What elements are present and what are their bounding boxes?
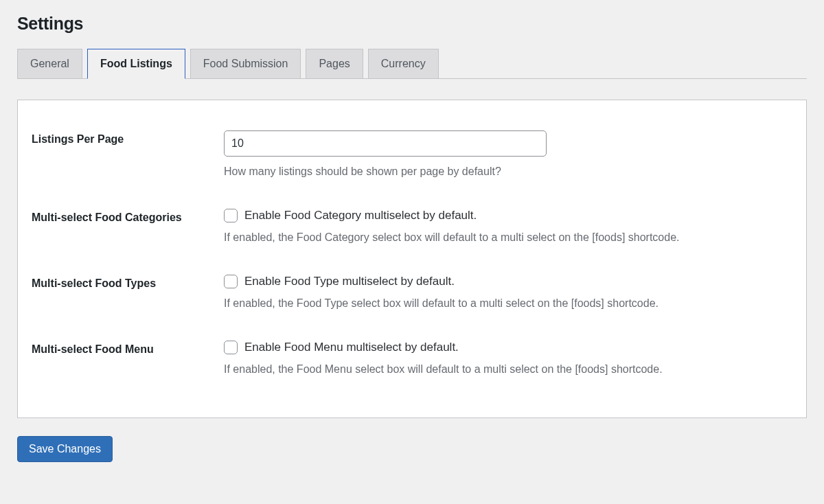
checkbox-label-multi-menu: Enable Food Menu multiselect by default. [244, 341, 459, 354]
tab-food-submission[interactable]: Food Submission [190, 49, 301, 78]
checkbox-multi-categories[interactable] [224, 209, 238, 222]
checkbox-multi-types[interactable] [224, 275, 238, 288]
tab-bar: General Food Listings Food Submission Pa… [17, 49, 807, 79]
row-multi-categories: Multi-select Food Categories Enable Food… [25, 199, 799, 265]
label-multi-types: Multi-select Food Types [25, 265, 224, 331]
page-title: Settings [17, 14, 807, 34]
checkbox-multi-menu[interactable] [224, 341, 238, 354]
label-multi-categories: Multi-select Food Categories [25, 199, 224, 265]
label-listings-per-page: Listings Per Page [25, 121, 224, 199]
tab-general[interactable]: General [17, 49, 82, 78]
tab-pages[interactable]: Pages [306, 49, 363, 78]
tab-food-listings[interactable]: Food Listings [87, 49, 185, 79]
desc-listings-per-page: How many listings should be shown per pa… [224, 163, 792, 180]
checkbox-label-multi-categories: Enable Food Category multiselect by defa… [244, 209, 477, 222]
row-listings-per-page: Listings Per Page How many listings shou… [25, 121, 799, 199]
row-multi-menu: Multi-select Food Menu Enable Food Menu … [25, 331, 799, 397]
desc-multi-menu: If enabled, the Food Menu select box wil… [224, 361, 792, 378]
desc-multi-categories: If enabled, the Food Category select box… [224, 229, 792, 246]
desc-multi-types: If enabled, the Food Type select box wil… [224, 295, 792, 312]
tab-currency[interactable]: Currency [368, 49, 439, 78]
save-button[interactable]: Save Changes [17, 436, 113, 462]
settings-panel: Listings Per Page How many listings shou… [17, 100, 807, 418]
label-multi-menu: Multi-select Food Menu [25, 331, 224, 397]
input-listings-per-page[interactable] [224, 130, 547, 157]
row-multi-types: Multi-select Food Types Enable Food Type… [25, 265, 799, 331]
checkbox-label-multi-types: Enable Food Type multiselect by default. [244, 275, 455, 288]
